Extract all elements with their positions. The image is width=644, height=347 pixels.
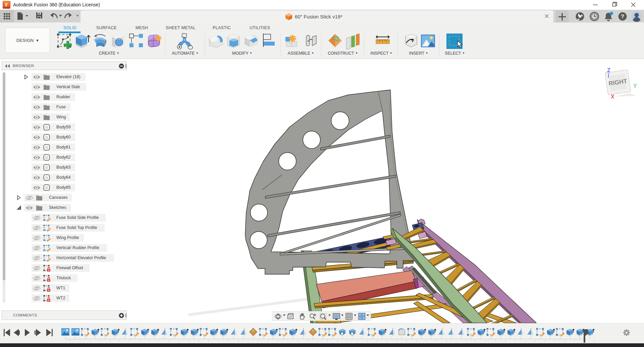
- svg-text:?: ?: [621, 13, 624, 20]
- svg-text:Y: Y: [633, 83, 637, 89]
- svg-text:X: X: [611, 94, 614, 100]
- svg-text:Z: Z: [607, 67, 610, 73]
